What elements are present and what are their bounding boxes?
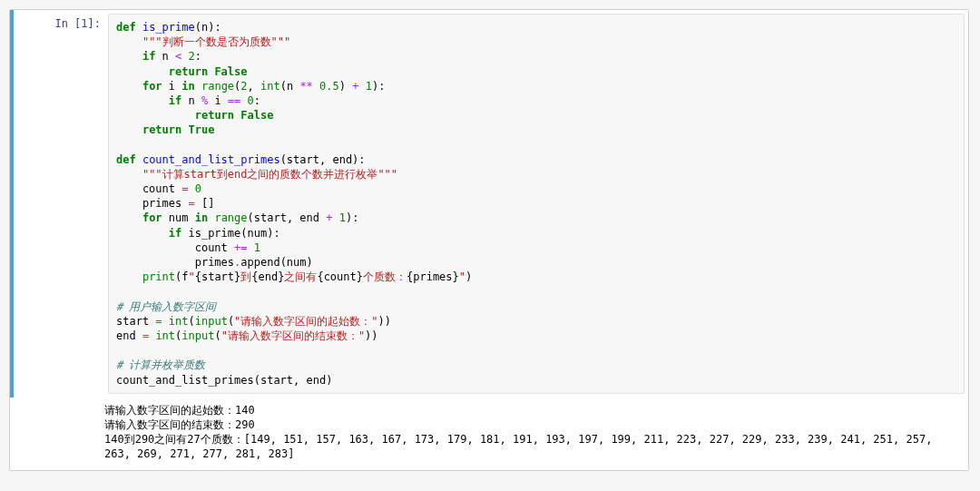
jupyter-notebook-view: In [1]: def is_prime(n): """判断一个数是否为质数""… bbox=[0, 0, 980, 491]
code-cell[interactable]: In [1]: def is_prime(n): """判断一个数是否为质数""… bbox=[9, 9, 969, 471]
code-text[interactable]: def is_prime(n): """判断一个数是否为质数""" if n <… bbox=[116, 20, 956, 388]
output-text: 请输入数字区间的起始数：140 请输入数字区间的结束数：290 140到290之… bbox=[104, 403, 961, 462]
input-prompt-label: In [1]: bbox=[14, 10, 108, 398]
cell-output-section: 请输入数字区间的起始数：140 请输入数字区间的结束数：290 140到290之… bbox=[10, 398, 968, 471]
stdout-output: 请输入数字区间的起始数：140 请输入数字区间的结束数：290 140到290之… bbox=[97, 403, 968, 462]
output-prompt-spacer bbox=[10, 403, 97, 462]
cell-input-section: In [1]: def is_prime(n): """判断一个数是否为质数""… bbox=[10, 10, 968, 398]
code-editor[interactable]: def is_prime(n): """判断一个数是否为质数""" if n <… bbox=[108, 14, 965, 394]
